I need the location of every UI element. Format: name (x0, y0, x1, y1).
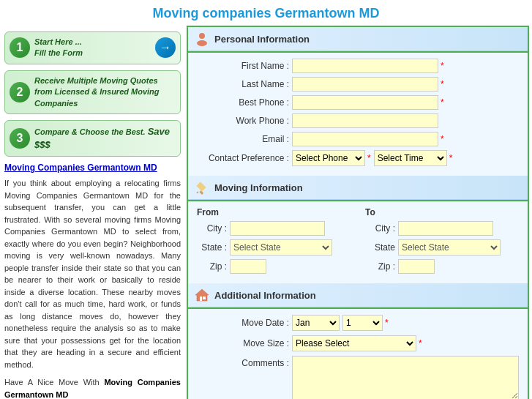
sidebar-body-2-link: Moving Companies Germantown MD (4, 378, 181, 399)
additional-info-form: Move Date : JanFebMarApr MayJunJulAug Se… (188, 309, 528, 399)
last-name-label: Last Name : (197, 79, 292, 89)
from-col: From City : State : Select State Alabama… (197, 207, 351, 277)
best-phone-required: * (441, 97, 444, 108)
step-2-item: 2 Receive Multiple Moving Quotes from Li… (4, 70, 181, 114)
email-row: Email : * (197, 132, 519, 146)
svg-point-0 (199, 33, 205, 39)
move-size-row: Move Size : Please Select Studio 1 Bedro… (197, 335, 519, 351)
comments-row: Comments : (197, 356, 519, 399)
svg-rect-4 (196, 182, 206, 191)
sidebar: 1 Start Here ...Fill the Form → 2 Receiv… (0, 26, 187, 399)
phone-select[interactable]: Select Phone Home Phone Work Phone Cell … (292, 150, 365, 166)
personal-info-form: First Name : * Last Name : * Best Phone … (188, 53, 528, 176)
email-required: * (441, 134, 444, 144)
from-zip-label: Zip : (197, 261, 230, 272)
first-name-required: * (441, 61, 444, 71)
step-3-number: 3 (10, 128, 30, 149)
email-label: Email : (197, 134, 292, 144)
from-state-label: State : (197, 242, 230, 253)
sidebar-body-2: Have A Nice Move With Moving Companies G… (4, 376, 181, 399)
personal-info-title: Personal Information (214, 34, 310, 45)
to-state-label: State (365, 242, 398, 253)
step-2-text: Receive Multiple Moving Quotes from Lice… (30, 75, 176, 109)
moving-info-title: Moving Information (214, 182, 303, 193)
person-icon (194, 31, 210, 47)
sidebar-body-1: If you think about employing a relocatin… (4, 177, 181, 370)
contact-pref-row: Contact Preference : Select Phone Home P… (197, 150, 519, 166)
move-date-label: Move Date : (197, 318, 292, 328)
to-city-input[interactable] (398, 221, 493, 236)
from-state-row: State : Select State AlabamaAlaskaArizon… (197, 239, 351, 256)
to-state-select[interactable]: Select State AlabamaAlaskaArizona Maryla… (398, 239, 501, 256)
phone-required: * (367, 153, 371, 163)
step-2-number: 2 (10, 82, 30, 102)
additional-info-title: Additional Information (214, 290, 316, 301)
best-phone-row: Best Phone : * (197, 95, 519, 110)
time-required: * (449, 153, 453, 163)
moving-info-header: Moving Information (188, 176, 528, 200)
to-city-label: City : (365, 223, 398, 234)
move-date-required: * (385, 318, 389, 328)
move-date-row: Move Date : JanFebMarApr MayJunJulAug Se… (197, 315, 519, 331)
from-city-row: City : (197, 221, 351, 236)
moving-info-form: From City : State : Select State Alabama… (188, 201, 528, 283)
day-select[interactable]: 12345 678910 1112131415 1617181920 21222… (342, 315, 383, 331)
svg-rect-2 (199, 190, 203, 195)
last-name-required: * (441, 79, 444, 89)
house-icon (194, 287, 210, 303)
contact-pref-label: Contact Preference : (197, 153, 292, 163)
to-zip-label: Zip : (365, 261, 398, 272)
from-title: From (197, 207, 351, 217)
from-state-select[interactable]: Select State AlabamaAlaskaArizona Maryla… (230, 239, 332, 256)
to-city-row: City : (365, 221, 519, 236)
step-3-item: 3 Compare & Choose the Best. Save $$$ (4, 120, 181, 157)
work-phone-input[interactable] (292, 113, 438, 128)
step-1-item: 1 Start Here ...Fill the Form → (4, 31, 181, 64)
sidebar-link[interactable]: Moving Companies Germantown MD (4, 163, 181, 173)
form-panel: Personal Information First Name : * Last… (187, 26, 529, 399)
work-phone-label: Work Phone : (197, 116, 292, 126)
to-zip-input[interactable] (398, 259, 435, 274)
from-city-input[interactable] (230, 221, 325, 236)
work-phone-row: Work Phone : (197, 113, 519, 128)
from-zip-row: Zip : (197, 259, 351, 274)
first-name-label: First Name : (197, 61, 292, 71)
move-size-label: Move Size : (197, 338, 292, 348)
step-3-text: Compare & Choose the Best. Save $$$ (30, 125, 176, 152)
page-title: Moving companies Germantown MD (0, 0, 532, 26)
svg-rect-7 (203, 297, 206, 299)
svg-point-1 (197, 40, 207, 46)
email-input[interactable] (292, 132, 438, 146)
additional-info-header: Additional Information (188, 283, 528, 307)
step-1-arrow: → (155, 37, 176, 58)
svg-rect-6 (200, 297, 202, 301)
personal-info-header: Personal Information (188, 27, 528, 51)
move-size-required: * (419, 338, 422, 348)
step-1-number: 1 (10, 37, 30, 58)
first-name-input[interactable] (292, 59, 438, 73)
to-zip-row: Zip : (365, 259, 519, 274)
best-phone-input[interactable] (292, 95, 438, 110)
from-zip-input[interactable] (230, 259, 266, 274)
move-size-select[interactable]: Please Select Studio 1 Bedroom 2 Bedroom… (292, 335, 416, 351)
to-title: To (365, 207, 519, 217)
from-city-label: City : (197, 223, 230, 234)
time-select[interactable]: Select Time Morning Afternoon Evening (374, 150, 447, 166)
svg-marker-3 (196, 191, 198, 193)
to-state-row: State Select State AlabamaAlaskaArizona … (365, 239, 519, 256)
comments-textarea[interactable] (292, 356, 519, 399)
last-name-row: Last Name : * (197, 77, 519, 92)
last-name-input[interactable] (292, 77, 438, 92)
best-phone-label: Best Phone : (197, 97, 292, 108)
first-name-row: First Name : * (197, 59, 519, 73)
month-select[interactable]: JanFebMarApr MayJunJulAug SepOctNovDec (292, 315, 340, 331)
pencil-icon (194, 179, 210, 195)
comments-label: Comments : (197, 356, 292, 368)
step-1-text: Start Here ...Fill the Form (30, 37, 155, 59)
to-col: To City : State Select State AlabamaAlas… (365, 207, 519, 277)
